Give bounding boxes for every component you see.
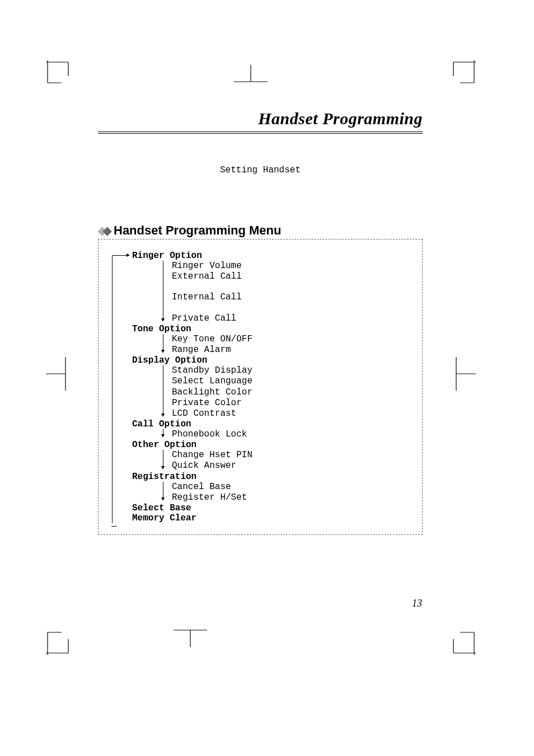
menu-item: Private Call <box>172 313 422 324</box>
sub-stem <box>163 261 163 320</box>
page-title: Handset Programming <box>98 109 423 134</box>
menu-item: Backlight Color <box>172 387 422 398</box>
menu-top-ringer: Ringer Option <box>124 251 422 261</box>
menu-item: Standby Display <box>172 365 422 376</box>
arrow-down-icon <box>161 466 165 469</box>
menu-sub-registration: Cancel Base Register H/Set <box>157 482 422 503</box>
menu-item: External Call <box>172 271 422 282</box>
crop-mark-bottom-center <box>174 628 207 647</box>
menu-item: LCD Contrast <box>172 408 422 419</box>
menu-item: Change Hset PIN <box>172 450 422 461</box>
menu-sub-ringer: Ringer Volume External Call Internal Cal… <box>157 261 422 324</box>
menu-item: Ringer Volume <box>172 261 422 271</box>
menu-sub-display: Standby Display Select Language Backligh… <box>157 365 422 419</box>
sub-stem <box>163 482 163 499</box>
crop-mark-mid-left <box>46 357 67 391</box>
menu-box: Ringer Option Ringer Volume External Cal… <box>98 239 423 535</box>
menu-item: Private Color <box>172 398 422 408</box>
menu-item: Range Alarm <box>172 345 422 355</box>
menu-sub-tone: Key Tone ON/OFF Range Alarm <box>157 334 422 355</box>
tree-main-stem <box>112 255 113 523</box>
page: Handset Programming Setting Handset ◆◆ H… <box>0 0 534 756</box>
breadcrumb: Setting Handset <box>98 165 423 175</box>
menu-sub-call: Phonebook Lock <box>157 429 422 440</box>
menu-tree: Ringer Option Ringer Volume External Cal… <box>124 251 422 523</box>
crop-mark-mid-right <box>455 357 476 391</box>
menu-item: Internal Call <box>172 292 422 303</box>
blank-line <box>172 303 422 313</box>
content-area: Handset Programming Setting Handset ◆◆ H… <box>98 109 423 535</box>
sub-stem <box>163 365 163 415</box>
diamond-bullet-icon: ◆◆ <box>98 225 108 236</box>
crop-mark-top-right <box>442 60 476 94</box>
section-header: ◆◆ Handset Programming Menu <box>98 223 423 238</box>
menu-item: Phonebook Lock <box>172 429 422 440</box>
crop-mark-bottom-left <box>46 621 79 655</box>
crop-mark-top-center <box>234 65 268 84</box>
menu-sub-other: Change Hset PIN Quick Answer <box>157 450 422 471</box>
arrow-down-icon <box>161 414 165 417</box>
arrow-down-icon <box>161 497 165 501</box>
sub-stem <box>163 450 163 467</box>
menu-top-other: Other Option <box>124 440 422 450</box>
menu-item: Cancel Base <box>172 482 422 492</box>
sub-stem <box>163 334 163 351</box>
menu-item: Register H/Set <box>172 492 422 503</box>
arrow-down-icon <box>161 434 165 438</box>
menu-item: Quick Answer <box>172 461 422 471</box>
crop-mark-top-left <box>46 60 79 94</box>
section-header-label: Handset Programming Menu <box>114 223 281 238</box>
menu-item: Select Language <box>172 376 422 387</box>
menu-top-tone: Tone Option <box>124 324 422 334</box>
menu-top-selectbase: Select Base <box>124 503 422 513</box>
tree-main-stem-end <box>111 526 117 527</box>
blank-line <box>172 282 422 292</box>
menu-item: Key Tone ON/OFF <box>172 334 422 345</box>
menu-top-display: Display Option <box>124 355 422 365</box>
menu-top-memoryclear: Memory Clear <box>124 513 422 523</box>
menu-top-registration: Registration <box>124 472 422 482</box>
arrow-down-icon <box>161 350 165 353</box>
arrow-down-icon <box>161 318 165 322</box>
crop-mark-bottom-right <box>442 621 476 655</box>
page-number: 13 <box>412 598 422 609</box>
menu-top-call: Call Option <box>124 419 422 429</box>
